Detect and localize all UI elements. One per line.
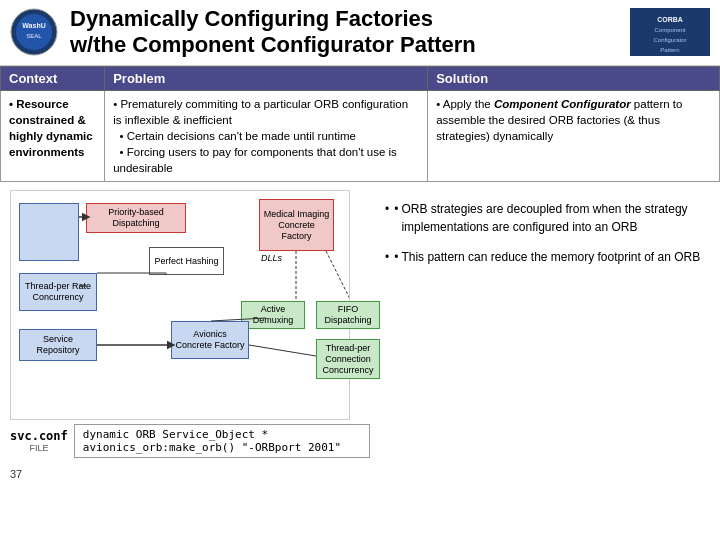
problem-cell: • Prematurely commiting to a particular … <box>105 90 428 181</box>
file-area: svc.conf FILE dynamic ORB Service_Object… <box>10 424 370 458</box>
thread-rate-box: Thread-per Rate Concurrency <box>19 273 97 311</box>
fifo-box: FIFO Dispatching <box>316 301 380 329</box>
bullet-1-text: ORB strategies are decoupled from when t… <box>401 200 705 236</box>
bullet-1: • ORB strategies are decoupled from when… <box>385 200 705 236</box>
fifo-label: FIFO Dispatching <box>319 304 377 326</box>
thread-connection-box: Thread-per Connection Concurrency <box>316 339 380 379</box>
svc-conf-label: svc.conf <box>10 429 68 443</box>
code-line2: avionics_orb:make_orb() "-ORBport 2001" <box>83 441 361 454</box>
service-repository-label: Service Repository <box>22 334 94 356</box>
col-header-problem: Problem <box>105 66 428 90</box>
perfect-hashing-label: Perfect Hashing <box>154 256 218 267</box>
bullet-2: • This pattern can reduce the memory foo… <box>385 248 705 266</box>
right-logo: CORBA Component Configurator Pattern <box>630 8 710 56</box>
active-demuxing-label: Active Demuxing <box>244 304 302 326</box>
svg-text:CORBA: CORBA <box>657 16 683 23</box>
svg-text:WashU: WashU <box>22 22 45 29</box>
diagram-area: TAO PROCESS DLLs Priority-based Dispatch… <box>10 190 370 458</box>
dlls-label: DLLs <box>261 253 282 263</box>
col-header-solution: Solution <box>428 66 720 90</box>
bullet-2-text: This pattern can reduce the memory footp… <box>401 248 700 266</box>
svg-text:SEAL: SEAL <box>26 33 42 39</box>
thread-rate-label: Thread-per Rate Concurrency <box>22 281 94 303</box>
avionics-factory-label: Avionics Concrete Factory <box>174 329 246 351</box>
page-title: Dynamically Configuring Factories w/the … <box>70 6 630 59</box>
svg-line-15 <box>249 345 316 356</box>
component-configurator-label: Component Configurator <box>494 98 631 110</box>
thread-connection-label: Thread-per Connection Concurrency <box>319 343 377 375</box>
header: WashU SEAL Dynamically Configuring Facto… <box>0 0 720 66</box>
perfect-hashing-box: Perfect Hashing <box>149 247 224 275</box>
svg-line-17 <box>326 251 349 301</box>
solution-text: • Apply the Component Configurator patte… <box>436 98 682 142</box>
service-repository-box: Service Repository <box>19 329 97 361</box>
file-sublabel: FILE <box>10 443 68 453</box>
svg-text:Pattern: Pattern <box>660 47 679 53</box>
svg-point-1 <box>16 14 52 50</box>
code-line1: dynamic ORB Service_Object * <box>83 428 361 441</box>
svg-text:Configurator: Configurator <box>653 37 686 43</box>
active-demuxing-box: Active Demuxing <box>241 301 305 329</box>
svc-conf-label-area: svc.conf FILE <box>10 429 68 453</box>
priority-dispatching-label: Priority-based Dispatching <box>89 207 183 229</box>
code-box: dynamic ORB Service_Object * avionics_or… <box>74 424 370 458</box>
left-logo: WashU SEAL <box>10 8 58 56</box>
medical-factory-label: Medical Imaging Concrete Factory <box>262 209 331 241</box>
context-cell: • Resource constrained & highly dynamic … <box>1 90 105 181</box>
right-text-area: • ORB strategies are decoupled from when… <box>380 190 710 458</box>
col-header-context: Context <box>1 66 105 90</box>
avionics-factory-box: Avionics Concrete Factory <box>171 321 249 359</box>
priority-dispatching-box: Priority-based Dispatching <box>86 203 186 233</box>
tao-box <box>19 203 79 261</box>
problem-text: • Prematurely commiting to a particular … <box>113 98 408 174</box>
solution-cell: • Apply the Component Configurator patte… <box>428 90 720 181</box>
medical-factory-box: Medical Imaging Concrete Factory <box>259 199 334 251</box>
page-number: 37 <box>0 466 720 482</box>
diagram-container: TAO PROCESS DLLs Priority-based Dispatch… <box>10 190 350 420</box>
table-row: • Resource constrained & highly dynamic … <box>1 90 720 181</box>
svg-text:Component: Component <box>654 27 685 33</box>
bullet-1-dot: • <box>394 200 398 218</box>
context-table: Context Problem Solution • Resource cons… <box>0 66 720 182</box>
context-text: • Resource constrained & highly dynamic … <box>9 98 93 158</box>
bullet-2-dot: • <box>394 248 398 266</box>
main-content: TAO PROCESS DLLs Priority-based Dispatch… <box>0 182 720 466</box>
